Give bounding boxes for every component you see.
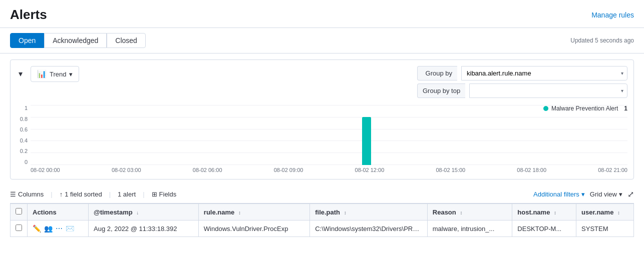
alert-count: 1 alert	[118, 190, 136, 198]
columns-button[interactable]: ☰ Columns	[10, 190, 44, 198]
reason-header[interactable]: Reason ↕	[427, 204, 512, 220]
chart-panel: ▾ 📊 Trend ▾ Group by kibana.alert.rule.n…	[10, 60, 634, 180]
trend-button[interactable]: 📊 Trend ▾	[31, 66, 79, 82]
file-path-header-label: file.path	[315, 208, 340, 216]
actions-header: Actions	[28, 204, 89, 220]
tab-acknowledged[interactable]: Acknowledged	[44, 33, 107, 48]
row-checkbox-cell	[11, 220, 28, 237]
chart-bar[interactable]	[362, 117, 371, 165]
table-toolbar: ☰ Columns | ↑ 1 field sorted | 1 alert |…	[10, 186, 634, 204]
file-path-header[interactable]: file.path ↕	[310, 204, 428, 220]
fields-button[interactable]: ⊞ Fields	[152, 190, 177, 198]
table-header-row: Actions @timestamp ↓ rule.name ↕ file.pa…	[11, 204, 634, 220]
grid-view-chevron-icon: ▾	[619, 190, 622, 198]
x-axis-label: 08-02 12:00	[355, 167, 385, 173]
row-rule-name-cell: Windows.VulnDriver.ProcExp	[198, 220, 309, 237]
fields-label: Fields	[159, 190, 177, 198]
y-axis-label: 1	[25, 105, 28, 111]
checkbox-header	[11, 204, 28, 220]
trend-chevron-icon: ▾	[69, 70, 73, 78]
actions-header-label: Actions	[33, 208, 57, 216]
y-axis-label: 0.8	[20, 116, 28, 122]
rule-name-sort-icon: ↕	[238, 210, 241, 216]
user-name-header[interactable]: user.name ↕	[576, 204, 634, 220]
x-axis-label: 08-02 09:00	[274, 167, 303, 173]
divider: |	[143, 190, 144, 198]
row-timestamp-cell: Aug 2, 2022 @ 11:33:18.392	[88, 220, 198, 237]
chart-controls-top: ▾ 📊 Trend ▾ Group by kibana.alert.rule.n…	[17, 66, 627, 98]
manage-rules-link[interactable]: Manage rules	[591, 11, 634, 19]
chart-legend: Malware Prevention Alert 1	[543, 105, 627, 112]
trend-label: Trend	[50, 70, 66, 78]
group-by-label: Group by	[417, 66, 457, 80]
chart-area: 1 0.8 0.6 0.4 0.2 0	[17, 105, 627, 173]
table-header: Actions @timestamp ↓ rule.name ↕ file.pa…	[11, 204, 634, 220]
bar-column	[254, 105, 329, 165]
x-axis-label: 08-02 18:00	[517, 167, 546, 173]
grid-view-button[interactable]: Grid view ▾	[590, 190, 622, 198]
timestamp-header-label: @timestamp	[94, 208, 133, 216]
reason-header-label: Reason	[433, 208, 456, 216]
toolbar-right: Additional filters ▾ Grid view ▾ ⤢	[533, 190, 634, 199]
tab-closed[interactable]: Closed	[107, 33, 146, 48]
toolbar-left: ☰ Columns | ↑ 1 field sorted | 1 alert |…	[10, 190, 176, 198]
expand-button[interactable]: ⤢	[627, 190, 634, 199]
bar-column	[180, 105, 254, 165]
fields-icon: ⊞	[152, 190, 157, 198]
timestamp-header[interactable]: @timestamp ↓	[88, 204, 198, 220]
sort-info: ↑ 1 field sorted	[60, 190, 102, 198]
file-path-sort-icon: ↕	[344, 210, 347, 216]
row-file-path-cell: C:\Windows\system32\Drivers\PROCEXP152.S…	[310, 220, 428, 237]
select-all-checkbox[interactable]	[16, 208, 22, 214]
main-content: ▾ 📊 Trend ▾ Group by kibana.alert.rule.n…	[0, 54, 644, 243]
group-by-top-select[interactable]	[469, 84, 627, 98]
y-axis-label: 0	[25, 159, 28, 165]
host-name-sort-icon: ↕	[554, 210, 556, 216]
timestamp-sort-icon: ↓	[136, 210, 139, 216]
row-reason-cell: malware, intrusion_...	[427, 220, 512, 237]
bar-column-active	[329, 105, 404, 165]
x-axis-labels: 08-02 00:00 08-02 03:00 08-02 06:00 08-0…	[31, 165, 627, 173]
rule-name-header-label: rule.name	[204, 208, 234, 216]
table-row: ✏️ 👥 ⋯ ✉️ Aug 2, 2022 @ 11:33:18.392 Win…	[11, 220, 634, 237]
row-user-name-cell: SYSTEM	[576, 220, 634, 237]
grid-view-label: Grid view	[590, 190, 617, 198]
additional-filters-chevron-icon: ▾	[581, 190, 585, 198]
y-axis: 1 0.8 0.6 0.4 0.2 0	[17, 105, 31, 165]
trend-chart-icon: 📊	[37, 70, 47, 78]
group-by-top-label: Group by top	[417, 84, 465, 98]
group-action-icon[interactable]: 👥	[44, 224, 53, 232]
x-axis-label: 08-02 15:00	[436, 167, 465, 173]
page-header: Alerts Manage rules	[0, 0, 644, 28]
tabs-group: Open Acknowledged Closed	[10, 33, 146, 48]
x-axis-label: 08-02 21:00	[598, 167, 627, 173]
updated-status: Updated 5 seconds ago	[570, 37, 634, 44]
group-by-top-row: Group by top ▾	[417, 84, 627, 98]
reason-sort-icon: ↕	[460, 210, 462, 216]
host-name-header[interactable]: host.name ↕	[512, 204, 576, 220]
host-name-header-label: host.name	[517, 208, 550, 216]
columns-label: Columns	[18, 190, 44, 198]
row-actions-cell: ✏️ 👥 ⋯ ✉️	[28, 220, 89, 237]
chart-bars-container: Malware Prevention Alert 1	[31, 105, 627, 165]
y-axis-label: 0.4	[20, 138, 28, 144]
row-checkbox[interactable]	[16, 224, 22, 231]
user-name-sort-icon: ↕	[617, 210, 620, 216]
tabs-bar: Open Acknowledged Closed Updated 5 secon…	[0, 28, 644, 54]
group-by-select[interactable]: kibana.alert.rule.name	[461, 66, 627, 80]
collapse-button[interactable]: ▾	[17, 67, 25, 80]
additional-filters-button[interactable]: Additional filters ▾	[533, 190, 585, 198]
chart-body: Malware Prevention Alert 1 08-02 00:00 0…	[31, 105, 627, 173]
tab-open[interactable]: Open	[10, 33, 44, 48]
sort-text: 1 field sorted	[65, 190, 102, 198]
legend-dot	[543, 106, 548, 111]
rule-name-header[interactable]: rule.name ↕	[198, 204, 309, 220]
divider: |	[109, 190, 111, 198]
edit-action-icon[interactable]: ✏️	[33, 224, 41, 232]
actions-cell: ✏️ 👥 ⋯ ✉️	[33, 224, 83, 232]
link-action-icon[interactable]: ⋯	[56, 224, 63, 232]
group-by-top-select-wrapper: ▾	[469, 84, 627, 98]
chevron-down-icon: ▾	[19, 70, 23, 78]
mail-action-icon[interactable]: ✉️	[66, 224, 74, 232]
user-name-header-label: user.name	[581, 208, 613, 216]
